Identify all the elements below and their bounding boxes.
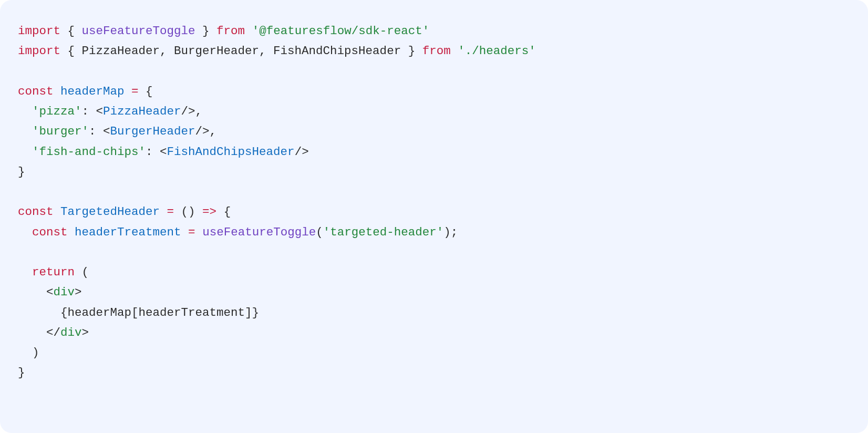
code-line-18: }	[18, 366, 25, 379]
code-block: import { useFeatureToggle } from '@featu…	[0, 0, 868, 433]
code-line-8: }	[18, 165, 25, 179]
code-line-10: const TargetedHeader = () => {	[18, 205, 231, 219]
code-line-11: const headerTreatment = useFeatureToggle…	[18, 225, 458, 239]
code-line-13: return (	[18, 265, 89, 279]
code-line-4: const headerMap = {	[18, 85, 153, 98]
code-line-15: {headerMap[headerTreatment]}	[18, 306, 259, 319]
code-line-5: 'pizza': <PizzaHeader/>,	[18, 105, 202, 118]
code-line-7: 'fish-and-chips': <FishAndChipsHeader/>	[18, 145, 309, 159]
code-line-14: <div>	[18, 285, 82, 299]
code-line-17: )	[18, 346, 39, 359]
code-line-1: import { useFeatureToggle } from '@featu…	[18, 24, 429, 38]
code-line-6: 'burger': <BurgerHeader/>,	[18, 125, 216, 138]
code-line-2: import { PizzaHeader, BurgerHeader, Fish…	[18, 44, 536, 58]
code-line-16: </div>	[18, 326, 89, 339]
